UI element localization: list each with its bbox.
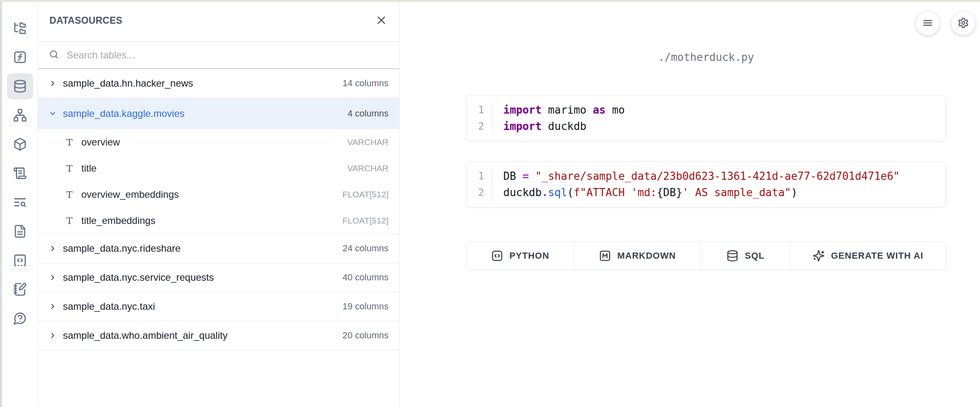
code-editor[interactable]: import marimo as moimport duckdb [493,102,946,134]
column-type: FLOAT[512] [342,190,388,199]
package-icon [13,137,27,151]
add-cell-sql-button[interactable]: SQL [701,242,790,270]
settings-button[interactable] [951,11,976,36]
table-row[interactable]: sample_data.kaggle.movies4 columns [38,98,399,129]
gear-icon [958,17,969,30]
window-top-edge [0,0,980,2]
sidebar-item-list-search[interactable] [7,189,33,215]
code-cell[interactable]: 12DB = "_share/sample_data/23b0d623-1361… [466,161,946,208]
network-icon [13,108,27,122]
column-type: VARCHAR [347,163,388,173]
table-name: sample_data.hn.hacker_news [63,78,342,89]
code-line: import marimo as mo [503,102,946,118]
markdown-square-icon [599,250,611,262]
line-number: 2 [467,118,492,134]
table-name: sample_data.kaggle.movies [63,108,348,119]
table-row[interactable]: sample_data.hn.hacker_news14 columns [38,69,399,98]
column-name: title_embeddings [81,215,342,226]
notebook-filename: ./motherduck.py [466,48,946,66]
text-type-icon: T [64,189,75,200]
code-line: duckdb.sql(f"ATTACH 'md:{DB}' AS sample_… [503,184,946,201]
close-panel-button[interactable] [376,15,387,27]
sidebar-item-package[interactable] [7,131,33,157]
notebook-area: ./motherduck.py 12import marimo as moimp… [400,0,980,407]
chevron-right-icon [49,244,58,253]
table-group: sample_data.kaggle.movies4 columnsToverv… [38,98,399,234]
panel-title: DATASOURCES [49,15,123,26]
sidebar-item-database[interactable] [7,73,33,99]
table-row[interactable]: sample_data.nyc.rideshare24 columns [38,234,399,263]
column-count: 20 columns [342,330,388,341]
sparkles-icon [813,250,825,262]
add-cell-markdown-button[interactable]: MARKDOWN [574,242,701,270]
text-type-icon: T [64,163,75,174]
datasources-panel: DATASOURCES sample_data.hn.hacker_news14… [38,0,400,407]
notebook-pen-icon [13,282,27,296]
column-row[interactable]: Ttitle_embeddingsFLOAT[512] [38,208,399,234]
cells-container: 12import marimo as moimport duckdb12DB =… [466,95,946,208]
table-row[interactable]: sample_data.nyc.service_requests40 colum… [38,263,399,292]
chevron-right-icon [49,273,58,282]
chevron-right-icon [49,331,58,340]
tables-list: sample_data.hn.hacker_news14 columnssamp… [38,69,399,350]
column-count: 4 columns [348,108,388,119]
sidebar-item-help-chat[interactable] [7,305,33,331]
table-group: sample_data.nyc.service_requests40 colum… [38,263,399,292]
code-line: import duckdb [503,118,946,134]
function-square-icon [13,50,27,64]
menu-button[interactable] [915,11,940,36]
list-search-icon [13,195,27,209]
line-number: 1 [467,102,492,118]
search-bar [38,42,399,69]
search-input[interactable] [67,49,388,61]
database-icon [13,79,27,93]
column-count: 40 columns [342,272,388,283]
panel-header: DATASOURCES [38,0,399,42]
notebook-content: ./motherduck.py 12import marimo as moimp… [466,48,946,270]
help-chat-icon [13,311,27,325]
sidebar-item-notebook-pen[interactable] [7,276,33,302]
sidebar-item-file-text[interactable] [7,218,33,244]
add-cell-python-button[interactable]: PYTHON [467,242,574,270]
sidebar-item-code-snippet[interactable] [7,247,33,273]
add-cell-button-label: SQL [745,250,764,261]
code-editor[interactable]: DB = "_share/sample_data/23b0d623-1361-4… [493,168,946,201]
column-count: 24 columns [342,243,388,254]
database-icon [726,250,739,262]
column-type: VARCHAR [347,137,388,147]
table-group: sample_data.hn.hacker_news14 columns [38,69,399,98]
table-name: sample_data.who.ambient_air_quality [63,330,342,341]
sidebar-item-file-tree[interactable] [7,15,33,41]
hamburger-menu-icon [922,17,933,30]
column-row[interactable]: ToverviewVARCHAR [38,129,399,155]
column-name: title [81,163,347,174]
table-group: sample_data.nyc.taxi19 columns [38,292,399,321]
window-left-edge [0,0,2,407]
column-type: FLOAT[512] [342,216,388,226]
line-number: 1 [467,168,492,184]
chevron-down-icon [49,109,58,118]
column-row[interactable]: TtitleVARCHAR [38,155,399,181]
table-name: sample_data.nyc.service_requests [63,272,342,283]
line-number: 2 [467,184,492,201]
table-name: sample_data.nyc.taxi [63,301,342,312]
sidebar-item-network[interactable] [7,102,33,128]
text-type-icon: T [64,137,75,148]
chevron-right-icon [49,79,58,88]
table-row[interactable]: sample_data.nyc.taxi19 columns [38,292,399,321]
sidebar-item-scroll-text[interactable] [7,160,33,186]
text-type-icon: T [64,215,75,226]
sidebar-item-function-square[interactable] [7,44,33,70]
table-row[interactable]: sample_data.who.ambient_air_quality20 co… [38,321,399,350]
file-text-icon [13,224,27,238]
code-cell[interactable]: 12import marimo as moimport duckdb [466,95,946,141]
column-name: overview [81,136,347,148]
add-cell-generate-with-ai-button[interactable]: GENERATE WITH AI [790,242,946,270]
line-number-gutter: 12 [467,168,493,201]
table-name: sample_data.nyc.rideshare [63,243,342,254]
line-number-gutter: 12 [467,102,493,134]
column-row[interactable]: Toverview_embeddingsFLOAT[512] [38,181,399,208]
add-cell-toolbar: PYTHONMARKDOWNSQLGENERATE WITH AI [466,241,946,270]
column-count: 14 columns [342,78,388,89]
activity-sidebar [2,0,38,407]
